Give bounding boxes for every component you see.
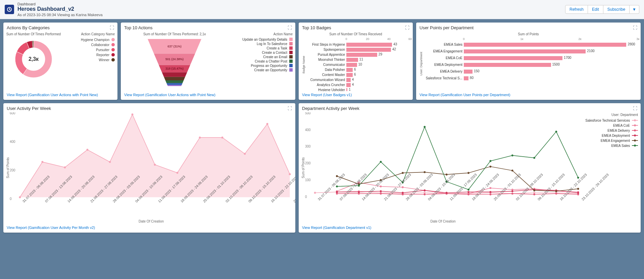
expand-icon[interactable]: ⛶ [288,106,292,111]
y-axis-label: Badge Name [301,56,306,74]
svg-point-11 [177,172,179,174]
svg-text:318 (15.47%): 318 (15.47%) [165,67,184,70]
legend-item[interactable]: Update an Opportunity Details [229,37,293,42]
bar-value: 10 [358,63,362,66]
legend-item[interactable]: Winner [64,57,115,63]
legend-title: Action Name [229,32,293,36]
svg-point-72 [467,172,469,174]
bar-value: 4 [352,83,354,86]
expand-icon[interactable]: ⛶ [633,25,637,30]
card-department-activity-per-week: Department Activity per Week ⛶ Sum of Po… [299,103,641,233]
svg-point-7 [86,149,88,151]
legend-item[interactable]: Log In To Salesforce [229,42,293,46]
expand-icon[interactable]: ⛶ [405,25,409,30]
line-legend: User: Department Salesforce Technical Se… [581,113,638,223]
legend-title: Action Category Name [64,32,115,36]
bar-label: Moonshot Thinker [306,58,345,62]
svg-point-44 [380,193,382,195]
svg-point-59 [446,192,448,194]
svg-point-69 [402,172,404,174]
card-user-points-per-department: User Points per Department ⛶ Sum of Poin… [416,23,641,100]
donut-center-label: 2,3к [29,56,39,62]
more-actions-button[interactable]: ▼ [630,5,639,14]
legend-item[interactable]: EMEA Deployment [581,133,638,138]
legend-item[interactable]: Hygiene Champion [64,37,115,42]
legend-item[interactable]: EMEA Engagement [581,138,638,143]
legend-item[interactable]: Create an Opportunity [229,68,293,72]
expand-icon[interactable]: ⛶ [633,106,637,111]
subscribe-button[interactable]: Subscribe [603,5,630,14]
header-meta: As of 2023-10-25 08:34 Viewing as Karina… [17,13,562,17]
svg-point-73 [490,165,492,167]
refresh-button[interactable]: Refresh [565,5,588,14]
svg-point-71 [446,173,448,175]
svg-point-8 [109,161,111,163]
legend-item[interactable]: EMEA Delivery [581,128,638,133]
bar-label: Pursuit Apprentice [306,53,345,56]
view-report-link[interactable]: View Report (Gamification User Points pe… [419,93,510,97]
bar-value: 2100 [587,49,594,53]
svg-point-33 [402,186,404,188]
dashboard-header: Dashboard Heroes Dashboard_v2 As of 2023… [0,0,644,19]
bar-label: EMEA Engagement [424,49,462,53]
edit-button[interactable]: Edit [588,5,603,14]
svg-point-5 [41,161,43,163]
svg-point-50 [511,193,513,195]
legend-item[interactable]: Create a Task [229,46,293,50]
bar-row: Communicator 10 [306,63,410,67]
bar-label: Analytics Cruncher [306,83,345,87]
view-report-link[interactable]: View Report (User Badges v1) [302,93,352,97]
view-report-link[interactable]: View Report (Gamification User Actions w… [7,93,98,97]
legend-item[interactable]: Pursuiter [64,47,115,52]
legend-item[interactable]: EMEA CoE [581,123,638,128]
card-actions-by-categories: Actions By Categories ⛶ Sum of Number Of… [3,23,117,100]
svg-point-62 [511,190,513,192]
bar-value: 11 [359,57,363,61]
chart-subtitle: Sum of Number Of Times Performed [6,32,61,36]
svg-point-87 [533,157,535,159]
bar-row: Communication Wizard 4 [306,78,410,82]
bar-row: EMEA Deployment 1500 [424,63,638,67]
view-report-link[interactable]: View Report (Gamification User Activity … [7,226,95,230]
view-report-link[interactable]: View Report (Gamification Department v1) [302,226,371,230]
svg-point-77 [577,188,579,190]
legend-item[interactable]: Salesforce Technical Services [581,118,638,123]
svg-point-66 [336,175,338,177]
bar-value: 6 [354,68,356,71]
svg-point-80 [380,161,382,163]
svg-point-52 [555,193,557,195]
legend-item[interactable]: Progress an Opportunity [229,64,293,68]
bar-row: Data Polisher 6 [306,68,410,72]
header-label: Dashboard [17,2,562,6]
bar-label: Hygiene Upholder [306,88,345,91]
svg-point-10 [154,163,156,165]
x-axis-label: Date Of Creation [10,220,293,223]
legend-item[interactable]: Create a Contact [229,50,293,55]
svg-point-54 [336,191,338,193]
bar-value: 1 [349,88,351,91]
card-title: Top 10 Badges [302,25,331,30]
card-top-10-actions: Top 10 Actions ⛶ Sum of Number Of Times … [121,23,295,100]
svg-point-74 [511,169,513,171]
expand-icon[interactable]: ⛶ [288,25,292,30]
dashboard-icon [5,5,14,14]
legend-item[interactable]: Reporter [64,52,115,57]
bar-row: Content Master 6 [306,73,410,77]
bar-row: EMEA Engagement 2100 [424,49,638,54]
bar-row: Moonshot Thinker 11 [306,57,410,62]
bar-label: EMEA Sales [424,43,462,46]
card-top-10-badges: Top 10 Badges ⛶ Sum of Number Of Times R… [299,23,413,100]
expand-icon[interactable]: ⛶ [110,25,114,30]
legend-item[interactable]: Collaborator [64,42,115,47]
svg-point-4 [19,196,21,198]
legend-item[interactable]: EMEA Sales [581,143,638,148]
bar-value: 150 [474,69,480,73]
legend-item[interactable]: Create a Chatter Post [229,59,293,64]
view-report-link[interactable]: View Report (Gamification User Actions w… [124,93,215,97]
svg-point-12 [199,136,201,138]
legend-item[interactable]: Create an Email [229,55,293,59]
card-title: User Activity Per Week [7,106,51,111]
legend-title: User: Department [581,113,638,117]
card-title: Actions By Categories [7,25,50,30]
bar-label: EMEA CoE [424,56,462,60]
